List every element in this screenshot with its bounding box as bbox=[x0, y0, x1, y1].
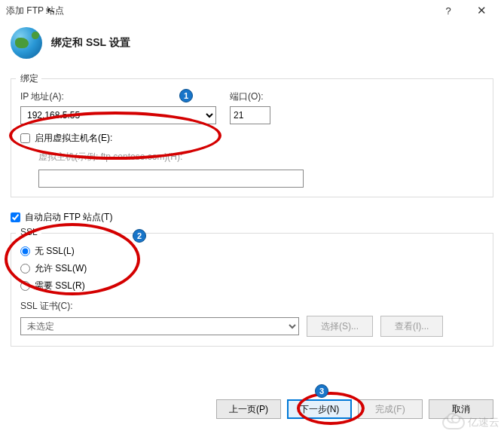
select-cert-button: 选择(S)... bbox=[307, 316, 373, 337]
cancel-button[interactable]: 取消 bbox=[429, 399, 493, 419]
dialog-footer: 上一页(P) 下一步(N) 完成(F) 取消 bbox=[216, 399, 493, 419]
port-label: 端口(O): bbox=[230, 90, 270, 103]
ssl-group: SSL 无 SSL(L) 允许 SSL(W) 需要 SSL(R) SSL 证书(… bbox=[11, 233, 493, 347]
next-button[interactable]: 下一步(N) bbox=[287, 399, 352, 419]
annotation-badge-3: 3 bbox=[315, 384, 328, 398]
globe-icon bbox=[11, 27, 42, 59]
ssl-allow-label: 允许 SSL(W) bbox=[35, 262, 87, 275]
finish-button: 完成(F) bbox=[358, 399, 423, 419]
ssl-cert-label: SSL 证书(C): bbox=[20, 300, 484, 313]
ssl-require-radio[interactable] bbox=[20, 281, 30, 291]
view-cert-button: 查看(I)... bbox=[380, 316, 443, 337]
dialog-header: 绑定和 SSL 设置 bbox=[0, 21, 504, 69]
prev-button[interactable]: 上一页(P) bbox=[216, 399, 281, 419]
autostart-checkbox[interactable] bbox=[11, 212, 20, 222]
close-button[interactable]: ✕ bbox=[465, 4, 498, 17]
ip-address-select[interactable]: 192.168.5.55 bbox=[20, 106, 216, 124]
help-button[interactable]: ? bbox=[432, 5, 465, 17]
enable-vhost-label: 启用虚拟主机名(E): bbox=[35, 132, 112, 145]
ssl-cert-select[interactable]: 未选定 bbox=[20, 317, 299, 335]
window-title: 添加 FTP 站点 bbox=[6, 5, 432, 17]
ssl-none-radio[interactable] bbox=[20, 246, 30, 256]
enable-vhost-checkbox[interactable] bbox=[20, 133, 30, 143]
ssl-none-label: 无 SSL(L) bbox=[35, 245, 75, 258]
binding-legend: 绑定 bbox=[17, 72, 41, 85]
titlebar: 添加 FTP 站点 ↖ ? ✕ bbox=[0, 0, 504, 21]
vhost-label: 虚拟主机(示例: ftp.contoso.com)(H): bbox=[38, 151, 484, 164]
ssl-legend: SSL bbox=[17, 227, 41, 237]
ssl-require-label: 需要 SSL(R) bbox=[35, 280, 85, 292]
binding-group: 绑定 IP 地址(A): 192.168.5.55 端口(O): 启用虚拟主机名… bbox=[11, 78, 493, 197]
autostart-label: 自动启动 FTP 站点(T) bbox=[25, 211, 112, 224]
port-input[interactable] bbox=[230, 106, 270, 124]
ip-address-label: IP 地址(A): bbox=[20, 90, 216, 103]
vhost-input bbox=[38, 170, 304, 188]
ssl-allow-radio[interactable] bbox=[20, 264, 30, 274]
page-title: 绑定和 SSL 设置 bbox=[51, 36, 130, 50]
